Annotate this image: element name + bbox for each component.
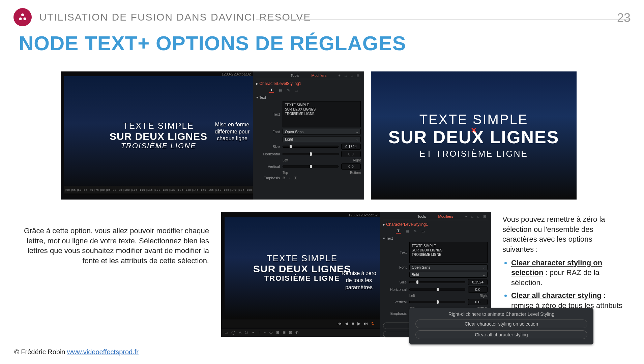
- app-logo: [13, 8, 32, 26]
- tool-icon[interactable]: T: [258, 330, 260, 334]
- size-slider-2[interactable]: [409, 281, 465, 283]
- size-slider[interactable]: [283, 146, 339, 148]
- pivot-cross-icon: ✕: [471, 126, 477, 135]
- text-label: Text: [256, 112, 283, 116]
- tool-icon[interactable]: ✶: [252, 330, 255, 335]
- bold-icon[interactable]: B: [283, 176, 285, 180]
- font-label: Font: [256, 130, 283, 134]
- prev-frame-icon[interactable]: ◀: [345, 321, 348, 326]
- vertical-label: Vertical: [256, 164, 283, 169]
- callout-top: Mise en forme différente pour chaque lig…: [215, 121, 250, 142]
- preview2-line-1: TEXTE SIMPLE: [267, 253, 338, 263]
- screenshot-preview-large: TEXTE SIMPLE SUR DEUX LIGNES ET TROISIÈM…: [371, 71, 577, 200]
- preview-line-2: SUR DEUX LIGNES: [110, 131, 207, 142]
- tab-modifiers[interactable]: Modifiers: [312, 73, 327, 78]
- preview-line-1: TEXTE SIMPLE: [123, 121, 194, 131]
- text-input-2[interactable]: TEXTE SIMPLE SUR DEUX LIGNES TROISIÈME L…: [409, 242, 488, 263]
- fusion-viewer-2: 1280x720xfloat32 TEXTE SIMPLE SUR DEUX L…: [225, 217, 380, 319]
- clear-all-button[interactable]: Clear all character styling: [415, 330, 587, 339]
- copyright: © Frédéric Robin: [14, 348, 67, 356]
- shading-tab-icon[interactable]: ▭: [295, 88, 298, 93]
- layout-tab-icon-2[interactable]: ▤: [406, 229, 409, 234]
- size-value-2[interactable]: 0.1524: [468, 279, 488, 285]
- horizontal-value[interactable]: 0.0: [341, 151, 361, 157]
- page-number: 23: [617, 11, 631, 25]
- inspector-corner-icons[interactable]: ✦ ⌂ ⌂ ⊟: [338, 73, 361, 78]
- font-label-2: Font: [383, 265, 409, 269]
- time-ruler[interactable]: |50 |55 |60 |65 |70 |75 |80 |85 |90 |95 …: [64, 186, 253, 193]
- tool-icon[interactable]: △: [239, 330, 241, 335]
- text-input[interactable]: TEXTE SIMPLE SUR DEUX LIGNES TROISIÈME L…: [283, 101, 361, 127]
- preview2-line-3: TROISIÈME LIGNE: [264, 274, 340, 282]
- tool-icon[interactable]: ⌁: [264, 330, 266, 335]
- italic-icon[interactable]: I: [289, 176, 290, 180]
- resolve-icon: [18, 12, 27, 22]
- tab-modifiers-2[interactable]: Modifiers: [438, 214, 453, 218]
- tool-icon[interactable]: ⊟: [283, 330, 286, 335]
- transform-tab-icon[interactable]: ✎: [287, 88, 290, 93]
- font-family-select-2[interactable]: Open Sans: [409, 264, 488, 270]
- vertical-value[interactable]: 0.0: [341, 163, 361, 170]
- font-family-select[interactable]: Open Sans: [283, 129, 361, 135]
- loop-icon[interactable]: ↻: [371, 321, 375, 326]
- size-label-2: Size: [383, 280, 409, 284]
- svg-point-2: [23, 18, 26, 20]
- transform-tab-icon-2[interactable]: ✎: [414, 229, 417, 234]
- header-rule: [256, 19, 631, 20]
- h-right-label-2: Right: [480, 294, 488, 298]
- h-left-label-2: Left: [409, 294, 415, 298]
- footer: © Frédéric Robin www.videoeffectsprod.fr: [14, 348, 139, 356]
- vertical-value-2[interactable]: 0.0: [468, 299, 488, 305]
- play-icon[interactable]: ▶: [357, 321, 360, 326]
- viewer-resolution-2: 1280x720xfloat32: [348, 213, 378, 217]
- shading-tab-icon-2[interactable]: ▭: [421, 229, 425, 234]
- horizontal-value-2[interactable]: 0.0: [468, 286, 488, 293]
- horizontal-slider[interactable]: [283, 153, 339, 155]
- tool-icon[interactable]: ⬠: [245, 330, 248, 335]
- text-section-label[interactable]: Text: [259, 95, 266, 99]
- layout-tab-icon[interactable]: ▤: [279, 88, 282, 93]
- node-name-2[interactable]: ▸ CharacterLevelStyling1: [383, 222, 488, 227]
- stop-icon[interactable]: ■: [351, 321, 354, 326]
- underline-icon[interactable]: T: [294, 176, 297, 180]
- horizontal-slider-2[interactable]: [409, 289, 465, 291]
- first-frame-icon[interactable]: ⏮: [338, 321, 342, 326]
- clear-selection-button[interactable]: Clear character styling on selection: [415, 320, 587, 328]
- screenshot-top: 1280x720xfloat32 TEXTE SIMPLE SUR DEUX L…: [61, 71, 364, 200]
- font-style-select[interactable]: Light: [283, 136, 361, 142]
- paragraph-left: Grâce à cette option, vous allez pouvoir…: [0, 212, 221, 337]
- size-label: Size: [256, 145, 283, 149]
- option-1: Clear character styling on selection : p…: [511, 258, 624, 288]
- tool-icon[interactable]: ◐: [295, 330, 299, 335]
- tab-tools[interactable]: Tools: [291, 73, 299, 78]
- paragraph-right-intro: Vous pouvez remettre à zéro la sélection…: [502, 214, 624, 254]
- emphasis-label: Emphasis: [256, 176, 283, 180]
- breadcrumb: UTILISATION DE FUSION DANS DAVINCI RESOL…: [39, 11, 311, 23]
- tool-icon[interactable]: ⎔: [269, 330, 273, 335]
- node-name[interactable]: ▸ CharacterLevelStyling1: [256, 81, 361, 86]
- v-bottom-label: Bottom: [350, 171, 361, 175]
- text-tab-icon-2[interactable]: T: [396, 229, 401, 234]
- inspector-corner-icons-2[interactable]: ✦ ⌂ ⌂ ⊟: [465, 214, 488, 219]
- t) tool-icon[interactable]: ▭: [225, 330, 228, 335]
- text-tab-icon[interactable]: T: [269, 88, 274, 93]
- tool-icon[interactable]: ⊡: [289, 330, 292, 335]
- footer-link[interactable]: www.videoeffectsprod.fr: [67, 348, 139, 356]
- inspector-panel-1: ✦ ⌂ ⌂ ⊟ Tools Modifiers ▸ CharacterLevel…: [253, 71, 364, 200]
- tool-icon[interactable]: ◯: [231, 330, 235, 335]
- bigpreview-line-3: ET TROISIÈME LIGNE: [419, 149, 528, 159]
- text-section-label-2[interactable]: Text: [386, 236, 393, 240]
- vertical-slider-2[interactable]: [409, 301, 465, 303]
- h-right-label: Right: [353, 158, 361, 162]
- font-style-select-2[interactable]: Bold: [409, 272, 488, 278]
- next-frame-icon[interactable]: ⏭: [364, 321, 368, 326]
- horizontal-label-2: Horizontal: [383, 287, 409, 292]
- tool-icon[interactable]: ⊞: [276, 330, 279, 335]
- svg-point-1: [19, 18, 22, 20]
- emphasis-label-2: Emphasis: [383, 311, 409, 315]
- tab-tools-2[interactable]: Tools: [417, 214, 426, 218]
- vertical-slider[interactable]: [283, 165, 339, 168]
- size-value[interactable]: 0.1524: [341, 144, 361, 150]
- preview-line-3: TROISIÈME LIGNE: [121, 142, 196, 150]
- context-hint: Right-click here to animate Character Le…: [415, 311, 587, 317]
